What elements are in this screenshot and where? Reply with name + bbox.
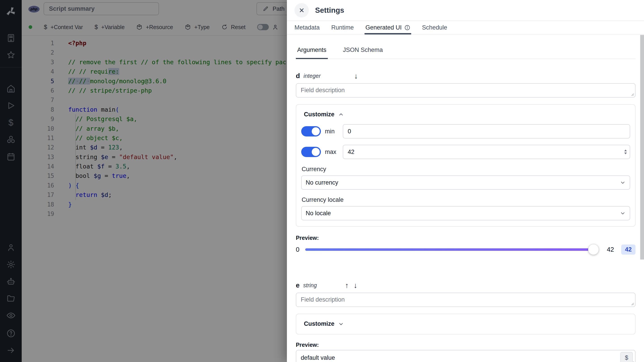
currency-locale-select[interactable]: No locale	[301, 206, 630, 220]
min-label: min	[325, 128, 340, 135]
field-d-customize-toggle[interactable]: Customize	[301, 111, 630, 118]
subtab-json-schema[interactable]: JSON Schema	[342, 47, 384, 59]
field-d-preview-label: Preview:	[296, 235, 636, 241]
field-type: integer	[304, 73, 320, 79]
slider-value-badge: 42	[621, 244, 636, 255]
generated-ui-subtabs: Arguments JSON Schema	[296, 47, 636, 59]
tab-schedule[interactable]: Schedule	[416, 21, 453, 34]
drawer-title: Settings	[315, 6, 344, 15]
max-label: max	[325, 149, 340, 156]
chevron-down-icon	[620, 210, 626, 216]
drawer-content: Arguments JSON Schema d integer ↓	[287, 35, 644, 362]
chevron-down-icon	[338, 321, 344, 327]
currency-label: Currency	[301, 166, 630, 173]
min-input[interactable]	[343, 124, 630, 139]
currency-select[interactable]: No currency	[301, 175, 630, 190]
field-name: d	[296, 72, 300, 80]
tab-generated-ui[interactable]: Generated UI	[360, 21, 416, 34]
slider-track[interactable]	[305, 248, 598, 251]
field-e-customize-box: Customize	[296, 314, 636, 334]
max-input[interactable]	[343, 145, 630, 159]
slider-min-value: 0	[296, 246, 300, 253]
app-root: $	[0, 0, 644, 362]
field-d-description-input[interactable]	[296, 83, 636, 98]
max-row: max	[301, 145, 630, 159]
move-down-icon[interactable]: ↓	[354, 72, 358, 80]
field-e-description-wrap	[296, 293, 636, 307]
field-name: e	[296, 281, 300, 289]
info-icon	[404, 25, 410, 31]
min-row: min	[301, 124, 630, 139]
field-d-description-wrap	[296, 83, 636, 98]
slider-current-value: 42	[607, 246, 614, 253]
min-toggle[interactable]	[301, 126, 321, 137]
currency-locale-label: Currency locale	[301, 196, 630, 203]
close-icon[interactable]: ✕	[294, 3, 309, 18]
field-e-description-input[interactable]	[296, 293, 636, 307]
settings-tabbar: Metadata Runtime Generated UI Schedule	[287, 21, 644, 35]
field-e-preview-label: Preview:	[296, 342, 636, 348]
insert-variable-button[interactable]: $	[620, 352, 633, 362]
chevron-up-icon	[338, 112, 344, 118]
tab-runtime[interactable]: Runtime	[326, 21, 360, 34]
number-spinner[interactable]	[624, 150, 627, 154]
field-d-customize-box: Customize min max	[296, 104, 636, 227]
field-e-preview-wrap: default value $	[296, 350, 636, 362]
drawer-scrollbar-thumb[interactable]	[640, 35, 644, 259]
slider-thumb[interactable]	[588, 244, 599, 255]
field-e-customize-toggle[interactable]: Customize	[301, 320, 630, 327]
settings-drawer: ✕ Settings Metadata Runtime Generated UI	[287, 0, 644, 362]
field-e-preview-input[interactable]: default value	[296, 350, 636, 362]
subtab-arguments[interactable]: Arguments	[296, 47, 328, 59]
field-type: string	[303, 282, 317, 289]
move-up-icon[interactable]: ↑	[345, 282, 349, 289]
field-d-header: d integer ↓	[296, 72, 636, 80]
max-toggle[interactable]	[301, 147, 321, 157]
chevron-down-icon	[620, 180, 626, 185]
move-down-icon[interactable]: ↓	[354, 282, 357, 289]
field-d-preview-slider: 0 42 42	[296, 244, 636, 255]
drawer-header: ✕ Settings	[287, 0, 644, 21]
field-e-header: e string ↑ ↓	[296, 281, 636, 289]
tab-metadata[interactable]: Metadata	[289, 21, 326, 34]
